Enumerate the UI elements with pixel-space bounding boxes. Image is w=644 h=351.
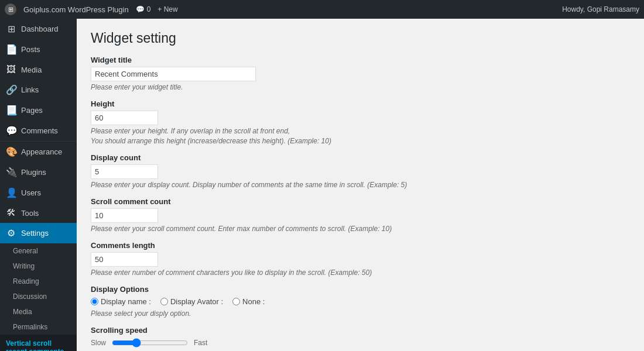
appearance-icon: 🎨 xyxy=(6,146,16,157)
height-group: Height Please enter your height. If any … xyxy=(91,99,630,145)
radio-display-avatar[interactable]: Display Avator : xyxy=(160,297,223,306)
display-count-input[interactable] xyxy=(91,164,158,179)
fast-label: Fast xyxy=(194,339,207,347)
main-content: Widget setting Widget title Please enter… xyxy=(77,19,644,351)
display-options-label: Display Options xyxy=(91,285,630,294)
slider-container: Slow Fast xyxy=(91,338,630,347)
scrolling-speed-slider[interactable] xyxy=(112,338,188,347)
widget-title-label: Widget title xyxy=(91,56,630,64)
comment-bubble-icon: 💬 xyxy=(136,5,145,13)
plugins-icon: 🔌 xyxy=(6,167,16,178)
comments-length-group: Comments length Please enter number of c… xyxy=(91,241,630,277)
radio-display-name-input[interactable] xyxy=(91,298,98,305)
main-layout: ⊞ Dashboard 📄 Posts 🖼 Media 🔗 Links 📃 Pa… xyxy=(0,19,644,351)
radio-display-name-label: Display name : xyxy=(101,297,151,306)
sidebar-item-pages[interactable]: 📃 Pages xyxy=(0,100,77,121)
scroll-comment-count-hint: Please enter your scroll comment count. … xyxy=(91,225,630,233)
pages-icon: 📃 xyxy=(6,105,16,116)
radio-none-label: None : xyxy=(242,297,265,306)
display-count-label: Display count xyxy=(91,153,630,162)
radio-none[interactable]: None : xyxy=(232,297,265,306)
sidebar: ⊞ Dashboard 📄 Posts 🖼 Media 🔗 Links 📃 Pa… xyxy=(0,19,77,351)
sidebar-sub-general[interactable]: General xyxy=(0,243,77,259)
posts-icon: 📄 xyxy=(6,44,16,55)
scrolling-speed-label: Scrolling speed xyxy=(91,326,630,335)
sidebar-item-media[interactable]: 🖼 Media xyxy=(0,60,77,80)
radio-display-avatar-input[interactable] xyxy=(160,298,168,305)
comments-count[interactable]: 💬 0 xyxy=(136,5,151,13)
height-hint1: Please enter your height. If any overlap… xyxy=(91,127,630,135)
comments-length-label: Comments length xyxy=(91,241,630,250)
new-button[interactable]: + New xyxy=(157,5,177,13)
scroll-comment-count-group: Scroll comment count Please enter your s… xyxy=(91,197,630,233)
sidebar-sub-permalinks[interactable]: Permalinks xyxy=(0,319,77,335)
sidebar-sub-writing[interactable]: Writing xyxy=(0,259,77,274)
comments-length-input[interactable] xyxy=(91,252,158,267)
tools-icon: 🛠 xyxy=(6,208,16,218)
widget-title-input[interactable] xyxy=(91,67,256,81)
plugin-name[interactable]: Vertical scroll recent comments xyxy=(0,335,77,351)
widget-title-hint: Please enter your widget title. xyxy=(91,83,630,91)
widget-title-group: Widget title Please enter your widget ti… xyxy=(91,56,630,91)
comments-length-hint: Please enter number of comment character… xyxy=(91,269,630,277)
display-count-group: Display count Please enter your display … xyxy=(91,153,630,189)
media-icon: 🖼 xyxy=(6,64,16,75)
sidebar-sub-reading[interactable]: Reading xyxy=(0,274,77,289)
height-label: Height xyxy=(91,99,630,108)
admin-bar: ⊞ Goiplus.com WordPress Plugin 💬 0 + New… xyxy=(0,0,644,19)
sidebar-item-posts[interactable]: 📄 Posts xyxy=(0,39,77,60)
links-icon: 🔗 xyxy=(6,84,16,95)
sidebar-item-tools[interactable]: 🛠 Tools xyxy=(0,203,77,223)
dashboard-icon: ⊞ xyxy=(6,23,16,35)
display-options-group: Display Options Display name : Display A… xyxy=(91,285,630,318)
sidebar-sub-discussion[interactable]: Discussion xyxy=(0,289,77,304)
users-icon: 👤 xyxy=(6,187,16,198)
sidebar-sub-media[interactable]: Media xyxy=(0,304,77,319)
wp-logo[interactable]: ⊞ xyxy=(5,4,16,15)
radio-none-input[interactable] xyxy=(232,298,240,305)
display-options-radio-group: Display name : Display Avator : None : xyxy=(91,297,630,306)
display-options-hint: Please select your disply option. xyxy=(91,309,630,318)
sidebar-item-settings[interactable]: ⚙ Settings xyxy=(0,223,77,243)
page-title: Widget setting xyxy=(91,30,630,46)
sidebar-item-users[interactable]: 👤 Users xyxy=(0,183,77,203)
display-count-hint: Please enter your display count. Display… xyxy=(91,181,630,189)
sidebar-item-appearance[interactable]: 🎨 Appearance xyxy=(0,142,77,162)
user-greeting: Howdy, Gopi Ramasamy xyxy=(562,5,639,13)
height-input[interactable] xyxy=(91,111,158,125)
height-hint2: You should arrange this height (increase… xyxy=(91,137,630,145)
sidebar-section-appearance: 🎨 Appearance xyxy=(0,141,77,162)
sidebar-item-links[interactable]: 🔗 Links xyxy=(0,80,77,100)
sidebar-item-plugins[interactable]: 🔌 Plugins xyxy=(0,162,77,183)
sidebar-item-dashboard[interactable]: ⊞ Dashboard xyxy=(0,19,77,39)
comments-icon: 💬 xyxy=(6,125,16,136)
scrolling-speed-group: Scrolling speed Slow Fast Select how fas… xyxy=(91,326,630,351)
radio-display-name[interactable]: Display name : xyxy=(91,297,151,306)
settings-icon: ⚙ xyxy=(6,228,16,239)
site-name[interactable]: Goiplus.com WordPress Plugin xyxy=(23,5,129,14)
slow-label: Slow xyxy=(91,339,106,347)
sidebar-item-comments[interactable]: 💬 Comments xyxy=(0,121,77,141)
radio-display-avatar-label: Display Avator : xyxy=(170,297,223,306)
scroll-comment-count-input[interactable] xyxy=(91,208,158,223)
scroll-comment-count-label: Scroll comment count xyxy=(91,197,630,206)
